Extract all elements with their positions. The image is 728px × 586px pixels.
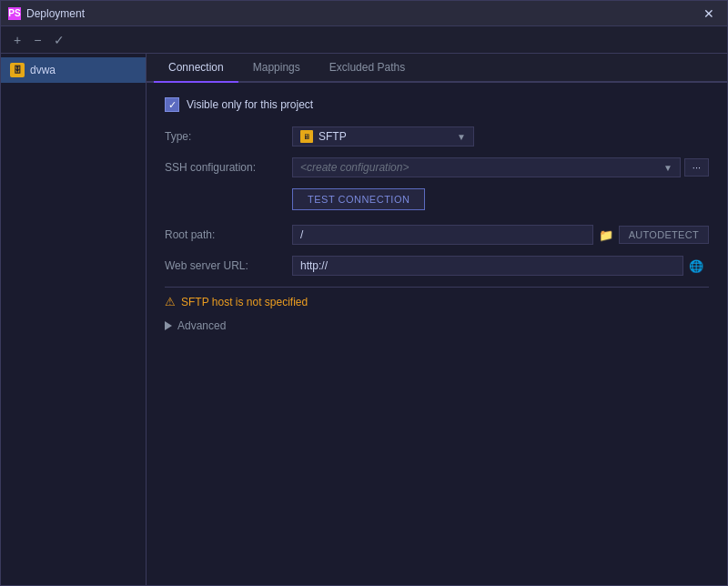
dialog-title: Deployment (26, 7, 85, 20)
sidebar-item-label: dvwa (30, 64, 56, 76)
web-url-input[interactable] (292, 256, 683, 276)
globe-icon[interactable]: 🌐 (683, 257, 709, 276)
type-row: Type: 🖥 SFTP ▼ (165, 126, 709, 146)
ssh-chevron-icon: ▼ (663, 163, 672, 173)
root-path-row: Root path: 📁 AUTODETECT (165, 225, 709, 245)
web-url-label: Web server URL: (165, 259, 292, 272)
add-button[interactable]: + (8, 31, 26, 49)
title-bar: PS Deployment ✕ (1, 1, 727, 26)
root-path-input[interactable] (292, 225, 593, 245)
divider (165, 287, 709, 288)
server-icon: 🗄 (10, 63, 25, 77)
browse-folder-button[interactable]: 📁 (593, 226, 619, 245)
type-label: Type: (165, 130, 292, 143)
warning-text: SFTP host is not specified (181, 296, 308, 308)
deployment-dialog: PS Deployment ✕ + − ✓ 🗄 dvwa Connection … (0, 0, 728, 586)
toolbar: + − ✓ (1, 26, 727, 54)
ssh-control: <create configuration> ▼ ··· (292, 157, 709, 177)
warning-icon: ⚠ (165, 295, 176, 308)
tab-excluded-paths[interactable]: Excluded Paths (315, 54, 420, 83)
title-bar-left: PS Deployment (8, 7, 85, 20)
ssh-select[interactable]: <create configuration> ▼ (292, 157, 681, 177)
visible-only-label: Visible only for this project (187, 98, 313, 111)
advanced-label: Advanced (177, 319, 226, 332)
type-value: SFTP (318, 130, 347, 143)
ssh-placeholder: <create configuration> (300, 161, 409, 174)
sidebar: 🗄 dvwa (1, 54, 147, 585)
ssh-row: SSH configuration: <create configuration… (165, 157, 709, 177)
autodetect-button[interactable]: AUTODETECT (619, 226, 709, 244)
test-connection-button[interactable]: TEST CONNECTION (292, 188, 425, 210)
visible-only-row: ✓ Visible only for this project (165, 97, 709, 112)
sidebar-item-dvwa[interactable]: 🗄 dvwa (1, 57, 146, 83)
chevron-down-icon: ▼ (457, 132, 466, 142)
advanced-row[interactable]: Advanced (165, 316, 709, 336)
type-select[interactable]: 🖥 SFTP ▼ (292, 126, 474, 146)
web-url-row: Web server URL: 🌐 (165, 256, 709, 276)
ssh-label: SSH configuration: (165, 161, 292, 174)
confirm-button[interactable]: ✓ (48, 31, 70, 49)
tab-mappings[interactable]: Mappings (238, 54, 315, 83)
tab-connection[interactable]: Connection (154, 54, 238, 83)
type-control: 🖥 SFTP ▼ (292, 126, 709, 146)
panel-content: ✓ Visible only for this project Type: 🖥 … (147, 83, 727, 585)
triangle-right-icon (165, 321, 172, 330)
visible-only-checkbox[interactable]: ✓ (165, 97, 179, 112)
root-path-label: Root path: (165, 228, 292, 241)
sftp-icon: 🖥 (300, 130, 313, 143)
panel: Connection Mappings Excluded Paths ✓ Vis… (147, 54, 727, 585)
app-icon: PS (8, 7, 21, 20)
check-mark: ✓ (168, 99, 177, 111)
type-select-content: 🖥 SFTP (300, 130, 347, 143)
main-content: 🗄 dvwa Connection Mappings Excluded Path… (1, 54, 727, 585)
close-button[interactable]: ✕ (698, 5, 720, 23)
ssh-more-button[interactable]: ··· (684, 158, 709, 177)
warning-row: ⚠ SFTP host is not specified (165, 295, 709, 308)
remove-button[interactable]: − (28, 31, 46, 49)
tabs: Connection Mappings Excluded Paths (147, 54, 727, 83)
